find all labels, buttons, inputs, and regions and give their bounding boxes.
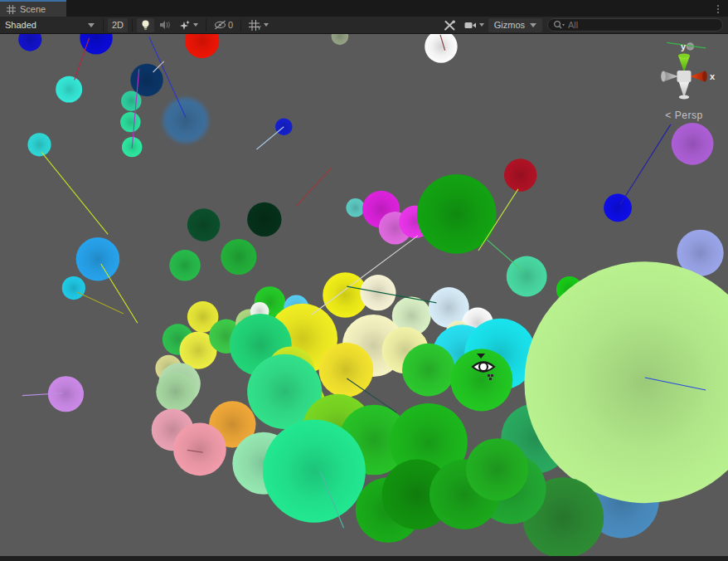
particle-sphere-shade [76, 237, 120, 281]
velocity-line [77, 292, 124, 314]
particle-sphere-shade [263, 420, 366, 523]
particle-sphere-shade [187, 208, 220, 241]
particle-sphere-shade [18, 34, 41, 51]
particle-sphere-shade [121, 91, 141, 111]
scene-lighting-button[interactable] [137, 18, 154, 32]
scene-grid-icon [7, 5, 16, 14]
scene-visibility-overlay[interactable] [467, 348, 503, 384]
view-orientation-gizmo[interactable]: y x [638, 38, 728, 115]
chevron-down-icon [530, 23, 536, 27]
tab-scene[interactable]: Scene [0, 0, 66, 17]
lightbulb-icon [141, 20, 150, 31]
toolbar-separator [103, 19, 104, 32]
wrench-icon [444, 20, 456, 31]
particle-sphere-shade [27, 133, 51, 156]
scene-viewport[interactable]: y x <Persp [0, 34, 728, 556]
particle-sphere-shade [360, 275, 396, 310]
particle-sphere-shade [319, 343, 374, 398]
particle-sphere-shade [173, 422, 226, 476]
particle-sphere-shade [672, 123, 714, 165]
scene-audio-button[interactable] [155, 18, 175, 32]
velocity-line [487, 240, 523, 271]
chevron-down-icon [88, 23, 95, 27]
particle-spheres-layer [18, 34, 728, 556]
effects-sparkle-icon [179, 20, 191, 31]
velocity-line [256, 127, 284, 149]
search-input[interactable] [568, 20, 701, 30]
particle-sphere-shade [56, 76, 82, 103]
gizmos-label: Gizmos [494, 20, 525, 30]
chevron-down-icon [479, 23, 484, 27]
audio-speaker-icon [159, 20, 171, 30]
gizmo-center-cube[interactable] [677, 71, 692, 82]
particle-sphere-shade [604, 193, 632, 222]
component-tools-button[interactable] [439, 18, 460, 32]
scene-render [0, 34, 728, 556]
grid-visibility-dropdown[interactable]: Y [245, 18, 273, 32]
chevron-down-icon [264, 23, 269, 27]
gizmo-y-axis-cone[interactable] [678, 53, 690, 72]
gizmo-down-axis-cone[interactable] [679, 81, 690, 99]
gizmo-y-label: y [681, 41, 687, 51]
particle-sphere-shade [120, 112, 140, 132]
particle-sphere-shade [130, 64, 163, 96]
particle-sphere-shade [185, 34, 219, 58]
eye-icon[interactable] [473, 363, 494, 372]
effects-dropdown-button[interactable] [175, 18, 202, 32]
shading-mode-dropdown[interactable]: Shaded [0, 18, 99, 32]
velocity-line [620, 124, 671, 205]
particle-sphere-shade [221, 239, 256, 275]
particle-sphere-shade [346, 198, 365, 217]
toolbar-separator [240, 19, 241, 32]
camera-icon [464, 21, 477, 30]
particle-sphere-shade [247, 202, 281, 237]
particle-sphere-shade [504, 159, 536, 191]
gizmos-dropdown[interactable]: Gizmos [488, 18, 542, 32]
scene-search-field[interactable] [547, 18, 723, 32]
projection-arrow: < [665, 110, 672, 121]
velocity-line [41, 153, 108, 235]
toggle-2d-label: 2D [112, 20, 124, 30]
tab-scene-label: Scene [20, 4, 46, 14]
particle-sphere-shade [62, 276, 85, 300]
hidden-objects-count: 0 [228, 20, 233, 30]
chevron-down-icon [193, 23, 198, 27]
toolbar-separator [132, 19, 133, 32]
particle-sphere-shade [163, 98, 208, 143]
particle-sphere-shade [156, 372, 195, 411]
particle-sphere-shade [332, 34, 349, 45]
hidden-objects-button[interactable]: 0 [210, 18, 237, 32]
gizmo-left-axis-cone[interactable] [661, 71, 678, 82]
toggle-2d-button[interactable]: 2D [108, 18, 128, 32]
velocity-line [101, 264, 138, 323]
projection-text: Persp [675, 110, 703, 121]
triangle-marker-icon [477, 354, 485, 359]
particle-sphere-shade [466, 438, 528, 500]
shading-mode-label: Shaded [5, 20, 36, 30]
grid-axis-label: Y [257, 25, 261, 31]
tab-bar: Scene [0, 0, 728, 17]
gizmo-x-axis-cone[interactable] [690, 71, 707, 82]
search-icon [553, 20, 565, 30]
more-options-icon[interactable] [713, 2, 723, 15]
scene-toolbar: Shaded 2D [0, 17, 728, 34]
particle-sphere-shade [169, 250, 201, 281]
unity-scene-window: Scene Shaded 2D [0, 0, 728, 561]
particle-sphere-shade [402, 344, 455, 397]
camera-settings-dropdown[interactable] [460, 18, 488, 32]
eye-slash-icon [214, 20, 226, 30]
velocity-line [296, 168, 331, 206]
projection-mode-label[interactable]: <Persp [638, 110, 728, 121]
toolbar-separator [206, 19, 206, 32]
bottom-strip [0, 556, 728, 561]
gizmo-x-label: x [710, 71, 716, 81]
pivot-dots-icon [488, 374, 493, 380]
